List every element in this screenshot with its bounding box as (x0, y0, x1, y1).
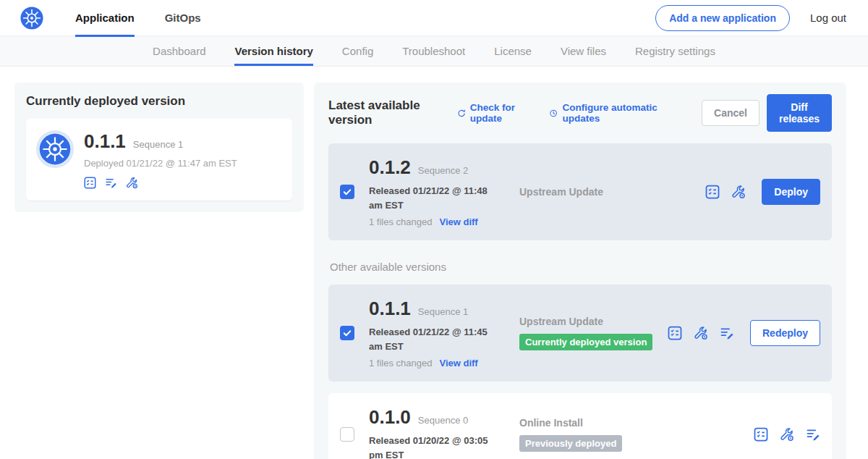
view-diff-link[interactable]: View diff (439, 358, 477, 369)
release-notes-icon[interactable] (668, 326, 682, 340)
version-row-0-1-2: 0.1.2 Sequence 2 Released 01/21/22 @ 11:… (328, 143, 832, 240)
configure-updates-label: Configure automatic updates (563, 102, 673, 124)
tab-gitops[interactable]: GitOps (165, 0, 201, 36)
version-source: Upstream Update (514, 186, 705, 198)
version-actions: Redeploy (668, 320, 820, 346)
edit-config-icon[interactable] (780, 427, 794, 442)
deployed-version-sequence: Sequence 1 (133, 139, 183, 150)
available-versions-panel: Latest available version Check for updat… (314, 83, 846, 459)
deploy-button[interactable]: Deploy (762, 179, 820, 205)
currently-deployed-panel: Currently deployed version 0.1.1 Sequenc… (14, 83, 304, 212)
subnav-registry-settings[interactable]: Registry settings (635, 36, 715, 66)
source-label: Upstream Update (519, 316, 668, 327)
main-content: Currently deployed version 0.1.1 Sequenc… (0, 67, 868, 459)
tab-application[interactable]: Application (75, 0, 135, 36)
subnav-view-files[interactable]: View files (561, 36, 606, 66)
subnav-version-history[interactable]: Version history (234, 36, 312, 66)
source-label: Upstream Update (519, 186, 705, 198)
checkmark-icon (342, 328, 352, 338)
cancel-button[interactable]: Cancel (702, 100, 760, 126)
version-sequence: Sequence 1 (418, 306, 468, 317)
refresh-icon (457, 108, 466, 119)
version-actions: Deploy (705, 179, 820, 205)
version-info: 0.1.1 Sequence 1 Released 01/21/22 @ 11:… (369, 298, 514, 369)
files-changed-text: 1 files changed (369, 358, 432, 369)
version-number: 0.1.1 (369, 298, 411, 320)
app-subnav: Dashboard Version history Config Trouble… (0, 36, 868, 67)
edit-config-icon[interactable] (126, 177, 138, 189)
configure-automatic-updates-link[interactable]: Configure automatic updates (549, 102, 673, 124)
version-number: 0.1.2 (369, 156, 411, 179)
top-navbar: Application GitOps Add a new application… (0, 0, 868, 36)
logout-button[interactable]: Log out (810, 12, 846, 24)
version-sequence: Sequence 0 (418, 415, 468, 426)
version-released: Released 01/20/22 @ 03:05 pm EST (369, 434, 503, 459)
deployed-version-card: 0.1.1 Sequence 1 Deployed 01/21/22 @ 11:… (26, 119, 292, 201)
source-label: Online Install (519, 417, 754, 429)
deployed-panel-title: Currently deployed version (26, 94, 292, 109)
diff-releases-button[interactable]: Diff releases (767, 94, 832, 132)
version-row-0-1-0: 0.1.0 Sequence 0 Released 01/20/22 @ 03:… (328, 393, 832, 459)
deploy-logs-icon[interactable] (806, 427, 820, 442)
version-checkbox[interactable] (340, 427, 354, 442)
deployed-version-number: 0.1.1 (84, 130, 126, 153)
other-versions-title: Other available versions (330, 261, 832, 273)
version-row-0-1-1: 0.1.1 Sequence 1 Released 01/21/22 @ 11:… (328, 285, 832, 382)
version-actions (754, 427, 820, 442)
release-notes-icon[interactable] (754, 427, 768, 442)
version-info: 0.1.2 Sequence 2 Released 01/21/22 @ 11:… (369, 156, 514, 227)
edit-config-icon[interactable] (731, 185, 746, 199)
version-source: Upstream Update Currently deployed versi… (514, 316, 668, 350)
version-source: Online Install Previously deployed (514, 417, 754, 452)
available-panel-title: Latest available version (328, 98, 443, 127)
version-checkbox[interactable] (340, 326, 354, 340)
previously-deployed-badge: Previously deployed (519, 435, 622, 452)
version-released: Released 01/21/22 @ 11:48 am EST (369, 184, 503, 212)
subnav-license[interactable]: License (494, 36, 532, 66)
subnav-dashboard[interactable]: Dashboard (153, 36, 205, 66)
release-notes-icon[interactable] (84, 177, 96, 189)
kubernetes-logo-icon (20, 7, 43, 30)
view-diff-link[interactable]: View diff (439, 216, 477, 227)
subnav-troubleshoot[interactable]: Troubleshoot (402, 36, 465, 66)
app-logo-icon (39, 133, 71, 165)
clock-icon (549, 108, 558, 119)
version-info: 0.1.0 Sequence 0 Released 01/20/22 @ 03:… (369, 406, 514, 459)
version-number: 0.1.0 (369, 406, 411, 429)
admin-console-page: Application GitOps Add a new application… (0, 0, 868, 459)
subnav-config[interactable]: Config (342, 36, 373, 66)
add-new-application-button[interactable]: Add a new application (655, 5, 790, 31)
version-released: Released 01/21/22 @ 11:45 am EST (369, 325, 503, 353)
redeploy-button[interactable]: Redeploy (750, 320, 820, 346)
release-notes-icon[interactable] (705, 185, 720, 199)
currently-deployed-badge: Currently deployed version (519, 334, 652, 350)
deploy-logs-icon[interactable] (720, 326, 734, 340)
deployed-icon-row (84, 177, 237, 189)
deploy-logs-icon[interactable] (105, 177, 117, 189)
available-header: Latest available version Check for updat… (328, 94, 832, 132)
check-for-update-link[interactable]: Check for update (457, 102, 535, 124)
version-checkbox[interactable] (340, 185, 354, 199)
edit-config-icon[interactable] (694, 326, 708, 340)
check-for-update-label: Check for update (470, 102, 535, 124)
checkmark-icon (342, 187, 352, 197)
version-sequence: Sequence 2 (418, 165, 468, 176)
files-changed-text: 1 files changed (369, 216, 432, 227)
deployed-at-text: Deployed 01/21/22 @ 11:47 am EST (84, 158, 237, 169)
